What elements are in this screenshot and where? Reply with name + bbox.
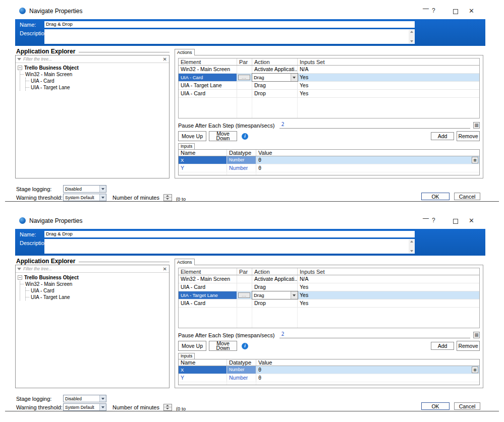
action-dropdown-icon[interactable] <box>291 291 297 299</box>
cell-element: Win32 - Main Screen <box>179 66 237 73</box>
pause-setting: Pause After Each Step (timespan/secs) 2 <box>178 121 480 129</box>
tree-node-label: Trello Business Object <box>24 275 79 280</box>
warning-threshold-select[interactable]: System Default <box>63 194 106 201</box>
add-button[interactable]: Add <box>431 342 454 350</box>
cell-action: Drag <box>252 283 298 291</box>
stage-logging-label: Stage logging: <box>16 186 63 192</box>
ok-button[interactable]: OK <box>421 193 450 200</box>
minutes-spinner[interactable] <box>163 404 172 411</box>
inputs-tab[interactable]: Inputs <box>178 353 195 359</box>
tree-node[interactable]: UIA - Card <box>26 78 167 84</box>
cell-par <box>237 66 252 73</box>
name-input[interactable]: Drag & Drop <box>44 231 415 237</box>
stage-logging-select[interactable]: Disabled <box>63 395 106 402</box>
scroll-down-icon[interactable] <box>410 250 413 252</box>
tree-filter[interactable]: Filter the tree... <box>16 55 169 63</box>
tree-node[interactable]: UIA - Target Lane <box>26 294 167 300</box>
description-scrollbar[interactable] <box>409 239 414 253</box>
inputs-tab[interactable]: Inputs <box>178 143 195 149</box>
input-row[interactable]: Y Number 0 <box>179 374 479 382</box>
description-input[interactable] <box>44 239 415 254</box>
move-up-button[interactable]: Move Up <box>178 341 206 351</box>
scroll-up-icon[interactable] <box>410 240 413 243</box>
close-icon[interactable]: ✕ <box>469 217 474 224</box>
action-dropdown-icon[interactable] <box>291 74 297 81</box>
inputs-table-empty-area <box>179 172 479 175</box>
params-button[interactable]: ... <box>238 75 250 80</box>
remove-button[interactable]: Remove <box>457 131 480 141</box>
cancel-button[interactable]: Cancel <box>454 193 480 200</box>
ok-button[interactable]: OK <box>421 402 450 410</box>
minimize-icon[interactable]: — <box>423 215 429 222</box>
help-icon[interactable]: ? <box>432 217 435 224</box>
filter-placeholder: Filter the tree... <box>23 56 161 62</box>
minimize-icon[interactable]: — <box>423 5 429 12</box>
maximize-icon[interactable] <box>453 9 458 16</box>
tree-node[interactable]: UIA - Target Lane <box>26 84 167 91</box>
clear-filter-icon[interactable] <box>163 56 167 62</box>
cancel-button[interactable]: Cancel <box>454 402 480 410</box>
minutes-spinner[interactable] <box>163 194 172 201</box>
application-explorer-heading: Application Explorer <box>16 48 170 55</box>
remove-button[interactable]: Remove <box>457 341 480 351</box>
cell-action: Drag <box>252 82 298 89</box>
move-up-button[interactable]: Move Up <box>178 131 206 141</box>
expression-icon[interactable] <box>473 332 480 338</box>
tree-filter[interactable]: Filter the tree... <box>16 265 169 273</box>
help-icon[interactable]: ? <box>432 7 435 14</box>
input-row[interactable]: X Number 0 <box>179 156 479 164</box>
cell-element: Win32 - Main Screen <box>179 275 237 283</box>
actions-tab[interactable]: Actions <box>175 259 195 265</box>
close-icon[interactable]: ✕ <box>469 7 474 15</box>
collapse-icon[interactable] <box>18 275 22 280</box>
tree-node[interactable]: UIA - Card <box>26 287 167 294</box>
dialog-footer: Stage logging: Disabled Warning threshol… <box>16 395 389 411</box>
clear-filter-icon[interactable] <box>163 266 167 272</box>
description-scrollbar[interactable] <box>409 30 414 43</box>
action-row[interactable]: Win32 - Main Screen Activate Applicati..… <box>179 275 479 283</box>
action-value: Activate Applicati... <box>254 66 298 72</box>
action-row[interactable]: UIA - Card Drop Yes <box>179 299 479 308</box>
description-input[interactable] <box>44 29 415 44</box>
stage-logging-select[interactable]: Disabled <box>63 185 106 193</box>
window-title: Navigate Properties <box>29 217 82 224</box>
tree-node-root[interactable]: Trello Business Object <box>18 274 167 281</box>
pause-input[interactable]: 2 <box>279 331 470 338</box>
actions-tab[interactable]: Actions <box>175 49 195 55</box>
expression-icon[interactable] <box>472 367 478 373</box>
cell-action: Drop <box>252 299 298 307</box>
collapse-icon[interactable] <box>18 66 22 70</box>
expression-icon[interactable] <box>472 157 478 163</box>
scroll-down-icon[interactable] <box>410 40 413 42</box>
column-header-datatype: Datatype <box>227 150 256 156</box>
tree-node[interactable]: Win32 - Main Screen <box>20 281 167 287</box>
move-down-button[interactable]: Move Down <box>209 131 237 141</box>
maximize-icon[interactable] <box>453 218 458 225</box>
action-row[interactable]: UIA - Card ... Drag Yes <box>179 74 479 82</box>
app-icon <box>19 217 26 224</box>
spinner-down-icon[interactable] <box>164 407 172 410</box>
inputs-panel: Name Datatype Value X Number 0 Y Number … <box>178 359 480 385</box>
scroll-up-icon[interactable] <box>410 31 413 33</box>
actions-table-empty-area <box>179 98 479 118</box>
spinner-down-icon[interactable] <box>164 198 172 201</box>
pause-input[interactable]: 2 <box>279 122 470 129</box>
tree-node-root[interactable]: Trello Business Object <box>18 65 167 71</box>
action-row[interactable]: UIA - Card Drag Yes <box>179 283 479 291</box>
action-row[interactable]: UIA - Target Lane Drag Yes <box>179 82 479 90</box>
warning-threshold-select[interactable]: System Default <box>63 403 106 411</box>
action-row[interactable]: Win32 - Main Screen Activate Applicati..… <box>179 66 479 74</box>
add-button[interactable]: Add <box>431 132 454 140</box>
name-input[interactable]: Drag & Drop <box>44 21 415 28</box>
move-down-button[interactable]: Move Down <box>209 341 237 351</box>
input-row[interactable]: X Number 0 <box>179 366 479 374</box>
params-button[interactable]: ... <box>238 292 250 298</box>
stage-logging-label: Stage logging: <box>16 396 63 402</box>
dialog-footer: Stage logging: Disabled Warning threshol… <box>16 185 389 202</box>
action-row[interactable]: UIA - Card Drop Yes <box>179 90 479 98</box>
expression-icon[interactable] <box>473 122 480 129</box>
action-row[interactable]: UIA - Target Lane ... Drag Yes <box>179 291 479 299</box>
column-header-par: Par <box>237 58 252 65</box>
tree-node[interactable]: Win32 - Main Screen <box>20 71 167 78</box>
input-row[interactable]: Y Number 0 <box>179 164 479 172</box>
